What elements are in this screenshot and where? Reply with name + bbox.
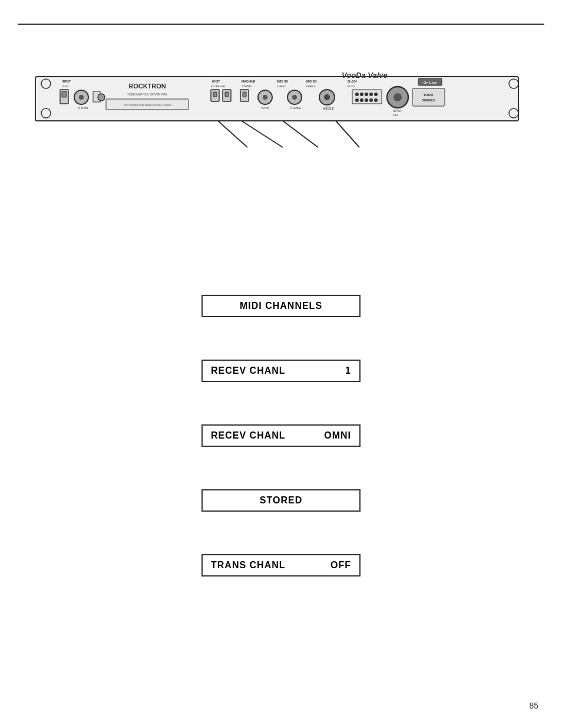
svg-line-67 <box>336 121 359 147</box>
svg-rect-58 <box>412 88 445 106</box>
svg-point-52 <box>369 98 373 102</box>
svg-point-10 <box>79 95 84 100</box>
svg-text:TUBE/AMP/TAB DRIVER PRE: TUBE/AMP/TAB DRIVER PRE <box>127 93 168 96</box>
recev-chanl-omni-value: OMNI <box>324 430 351 441</box>
svg-text:STAND: STAND <box>242 84 252 88</box>
svg-rect-21 <box>213 92 217 97</box>
svg-text:On Line: On Line <box>424 81 437 84</box>
svg-text:BIAS: BIAS <box>393 114 398 117</box>
svg-point-45 <box>360 93 363 96</box>
svg-point-50 <box>360 98 363 102</box>
svg-text:8L-154: 8L-154 <box>348 80 357 83</box>
svg-point-47 <box>369 93 373 96</box>
svg-text:B TRIM: B TRIM <box>78 106 88 110</box>
trans-chanl-off-label: TRANS CHANL <box>211 560 286 571</box>
recev-chanl-1-box: RECEV CHANL 1 <box>201 360 361 382</box>
recev-chanl-1-value: 1 <box>345 365 351 376</box>
svg-text:MIDI SN: MIDI SN <box>277 80 288 83</box>
svg-text:INPUT: INPUT <box>62 80 71 83</box>
svg-point-13 <box>98 94 105 101</box>
svg-text:BASS: BASS <box>262 106 270 110</box>
svg-rect-27 <box>243 92 246 97</box>
svg-text:MACHINE: MACHINE <box>242 80 256 83</box>
svg-text:ENABLE: ENABLE <box>277 85 286 88</box>
svg-rect-8 <box>62 91 67 97</box>
svg-point-55 <box>394 93 402 101</box>
svg-text:ROCKTRON: ROCKTRON <box>128 83 166 90</box>
device-panel-illustration: INPUT LEVEL B TRIM ROCKTRON TUBE/AMP/TAB… <box>29 65 533 162</box>
svg-text:MID SB: MID SB <box>306 80 317 83</box>
svg-line-64 <box>218 121 247 147</box>
midi-channels-label: MIDI CHANNELS <box>240 301 322 311</box>
recev-chanl-omni-label: RECEV CHANL <box>211 430 286 441</box>
svg-line-66 <box>283 121 318 147</box>
stored-box: STORED <box>201 489 361 512</box>
svg-text:MIDDLE: MIDDLE <box>323 107 335 110</box>
svg-point-48 <box>374 93 378 96</box>
top-border <box>18 24 544 25</box>
svg-rect-23 <box>225 92 229 97</box>
trans-chanl-off-box: TRANS CHANL OFF <box>201 554 361 577</box>
svg-text:MPSA: MPSA <box>393 109 402 113</box>
svg-text:VooDa Valve: VooDa Valve <box>342 71 388 80</box>
svg-text:ADJ.MANUAL: ADJ.MANUAL <box>211 85 226 88</box>
svg-point-29 <box>263 95 267 100</box>
stored-label: STORED <box>260 495 302 506</box>
svg-point-53 <box>374 98 378 102</box>
page-number: 85 <box>529 701 538 710</box>
svg-text:88-154: 88-154 <box>348 85 355 88</box>
midi-channels-box: MIDI CHANNELS <box>201 295 361 317</box>
svg-point-34 <box>292 95 297 100</box>
svg-point-44 <box>355 93 359 96</box>
recev-chanl-omni-box: RECEV CHANL OMNI <box>201 424 361 447</box>
svg-point-46 <box>365 93 368 96</box>
svg-text:THD Preamp with Instant Access: THD Preamp with Instant Access Presets <box>123 104 172 107</box>
svg-point-39 <box>324 94 330 100</box>
trans-chanl-off-value: OFF <box>330 560 351 571</box>
recev-chanl-1-label: RECEV CHANL <box>211 365 286 376</box>
svg-point-51 <box>365 98 368 102</box>
svg-point-49 <box>355 98 359 102</box>
svg-line-65 <box>242 121 283 147</box>
svg-text:TREBLE: TREBLE <box>290 106 302 110</box>
svg-text:ENABLE: ENABLE <box>306 85 316 88</box>
svg-text:LEVEL: LEVEL <box>62 85 70 88</box>
svg-text:HYST: HYST <box>212 80 220 83</box>
svg-text:TOUR: TOUR <box>424 93 434 97</box>
svg-text:SERIES: SERIES <box>422 98 435 102</box>
